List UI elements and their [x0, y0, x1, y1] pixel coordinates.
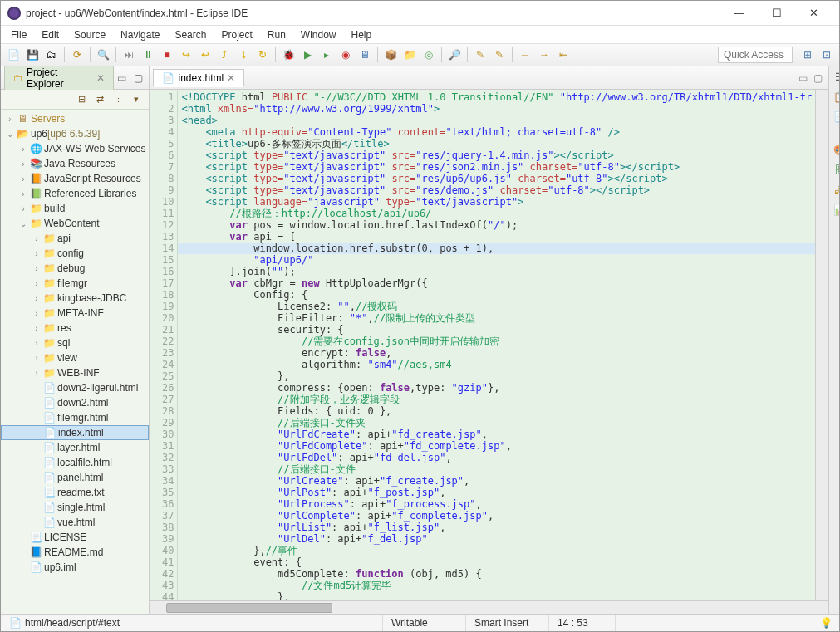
tip-bulb-icon[interactable]: 💡 [820, 617, 833, 629]
tree-item-webcontent[interactable]: ⌄📁WebContent [1, 216, 149, 231]
code-line-39[interactable]: "UrlDel": api+"f_del.jsp" [181, 533, 812, 545]
close-button[interactable]: ✕ [795, 1, 833, 26]
task-icon[interactable]: 📋 [832, 90, 840, 105]
code-line-14[interactable]: window.location.href.substr(0, pos + 1), [178, 243, 815, 254]
outline-icon[interactable]: ☰ [832, 70, 840, 85]
new-type-button[interactable]: 📁 [400, 46, 419, 64]
expand-arrow[interactable]: › [17, 204, 29, 213]
menu-help[interactable]: Help [345, 27, 379, 42]
tree-item-api[interactable]: ›📁api [1, 231, 149, 246]
code-line-2[interactable]: <html xmlns="http://www.w3.org/1999/xhtm… [181, 103, 812, 115]
search2-button[interactable]: 🔎 [445, 46, 464, 64]
menu-search[interactable]: Search [168, 27, 213, 42]
prev-edit-button[interactable]: ← [516, 46, 534, 64]
code-line-13[interactable]: var api = [ [181, 231, 812, 243]
expand-arrow[interactable]: › [4, 115, 16, 124]
perspective-button[interactable]: ⊞ [798, 46, 817, 64]
expand-arrow[interactable]: › [31, 354, 42, 363]
step2-button[interactable]: ↩ [196, 46, 214, 64]
code-line-28[interactable]: Fields: { uid: 0 }, [181, 405, 812, 417]
code-line-8[interactable]: <script type="text/javascript" src="res/… [181, 173, 812, 184]
open-persp-button[interactable]: ⊡ [818, 46, 836, 64]
code-line-22[interactable]: //需要在config.json中同时开启传输加密 [181, 336, 812, 347]
code-line-24[interactable]: algorithm: "sm4"//aes,sm4 [181, 359, 812, 370]
code-line-34[interactable]: "UrlCreate": api+"f_create.jsp", [181, 475, 812, 487]
code-line-18[interactable]: Config: { [181, 289, 812, 301]
code-line-11[interactable]: //根路径：http://localhost/api/up6/ [181, 208, 812, 219]
code-line-40[interactable]: },//事件 [181, 545, 812, 556]
tree-item-jax-ws-web-services[interactable]: ›🌐JAX-WS Web Services [1, 141, 149, 156]
tree-item-view[interactable]: ›📁view [1, 350, 149, 365]
code-line-5[interactable]: <title>up6-多标签演示页面</title> [181, 138, 812, 149]
code-line-15[interactable]: "api/up6/" [181, 254, 812, 266]
editor-minimize-button[interactable]: ▭ [795, 72, 810, 84]
expand-arrow[interactable]: › [31, 339, 42, 348]
tree-item-panel-html[interactable]: 📄panel.html [1, 470, 149, 485]
expand-arrow[interactable]: › [17, 189, 29, 198]
tree-item-readme-md[interactable]: 📘README.md [1, 545, 149, 560]
minimize-pane-button[interactable]: ▭ [114, 71, 129, 86]
tree-item-localfile-html[interactable]: 📄localfile.html [1, 455, 149, 470]
project-tree[interactable]: ›🖥Servers⌄📂up6 [up6 6.5.39]›🌐JAX-WS Web … [1, 110, 149, 614]
code-line-33[interactable]: //后端接口-文件 [181, 463, 812, 475]
tree-item-filemgr-html[interactable]: 📄filemgr.html [1, 410, 149, 425]
tree-item-index-html[interactable]: 📄index.html [1, 425, 149, 440]
data-icon[interactable]: 🗄 [832, 163, 840, 178]
scroll-thumb[interactable] [166, 603, 332, 613]
expand-arrow[interactable]: › [31, 234, 42, 243]
tree-item-vue-html[interactable]: 📄vue.html [1, 515, 149, 530]
tree-item-filemgr[interactable]: ›📁filemgr [1, 276, 149, 291]
code-line-42[interactable]: md5Complete: function (obj, md5) { [181, 568, 812, 580]
code-line-4[interactable]: <meta http-equiv="Content-Type" content=… [181, 126, 812, 138]
step3-button[interactable]: ⤴ [215, 46, 233, 64]
expand-arrow[interactable]: › [31, 369, 42, 378]
code-line-10[interactable]: <script language="javascript" type="text… [181, 196, 812, 208]
next-edit-button[interactable]: → [535, 46, 553, 64]
quick-access-input[interactable] [718, 47, 793, 63]
tree-item-layer-html[interactable]: 📄layer.html [1, 440, 149, 455]
code-line-31[interactable]: "UrlFdComplete": api+"fd_complete.jsp", [181, 440, 812, 452]
palette-icon[interactable]: 🎨 [832, 143, 840, 158]
expand-arrow[interactable]: › [17, 145, 29, 154]
code-line-44[interactable]: }, [181, 591, 812, 600]
filter-button[interactable]: ▾ [129, 92, 144, 107]
collapse-all-button[interactable]: ⊟ [74, 92, 89, 107]
close-icon[interactable]: ✕ [96, 72, 105, 84]
code-line-27[interactable]: //附加字段，业务逻辑字段 [181, 394, 812, 405]
menu-edit[interactable]: Edit [35, 27, 66, 42]
tree-item-sql[interactable]: ›📁sql [1, 336, 149, 350]
code-line-43[interactable]: //文件md5计算完毕 [181, 580, 812, 591]
tree-item-config[interactable]: ›📁config [1, 246, 149, 261]
mark2-button[interactable]: ✎ [490, 46, 508, 64]
expand-arrow[interactable]: › [17, 159, 29, 169]
code-line-12[interactable]: var pos = window.location.href.lastIndex… [181, 219, 812, 231]
mark-button[interactable]: ✎ [471, 46, 489, 64]
tree-item-referenced-libraries[interactable]: ›📗Referenced Libraries [1, 186, 149, 201]
code-line-29[interactable]: //后端接口-文件夹 [181, 417, 812, 429]
menu-file[interactable]: File [4, 27, 33, 42]
menu-navigate[interactable]: Navigate [114, 27, 166, 42]
code-line-26[interactable]: compress: {open: false,type: "gzip"}, [181, 382, 812, 394]
code-line-37[interactable]: "UrlComplete": api+"f_complete.jsp", [181, 510, 812, 522]
zoom-button[interactable]: 🔍 [94, 46, 112, 64]
snippets-icon[interactable]: 📑 [832, 110, 840, 125]
code-line-17[interactable]: var cbMgr = new HttpUploaderMgr({ [181, 277, 812, 289]
project-explorer-tab[interactable]: 🗀 Project Explorer ✕ [4, 64, 114, 92]
code-line-20[interactable]: FileFilter: "*",//限制上传的文件类型 [181, 312, 812, 324]
last-edit-button[interactable]: ⇤ [554, 46, 572, 64]
props-icon[interactable]: 📊 [832, 203, 840, 218]
save-all-button[interactable]: 🗂 [42, 46, 61, 64]
step5-button[interactable]: ↻ [253, 46, 272, 64]
code-line-36[interactable]: "UrlProcess": api+"f_process.jsp", [181, 498, 812, 510]
tree-item-up6-iml[interactable]: 📄up6.iml [1, 560, 149, 575]
minimize-button[interactable]: — [720, 1, 758, 26]
code-area[interactable]: <!DOCTYPE html PUBLIC "-//W3C//DTD XHTML… [178, 90, 815, 600]
debug-button[interactable]: 🐞 [279, 46, 297, 64]
skip-button[interactable]: ⏭ [120, 46, 138, 64]
tree-item-javascript-resources[interactable]: ›📙JavaScript Resources [1, 171, 149, 186]
expand-arrow[interactable]: ⌄ [17, 219, 29, 228]
save-button[interactable]: 💾 [23, 46, 42, 64]
tree-item-debug[interactable]: ›📁debug [1, 261, 149, 276]
code-line-38[interactable]: "UrlList": api+"f_list.jsp", [181, 522, 812, 533]
run-button[interactable]: ▶ [298, 46, 317, 64]
